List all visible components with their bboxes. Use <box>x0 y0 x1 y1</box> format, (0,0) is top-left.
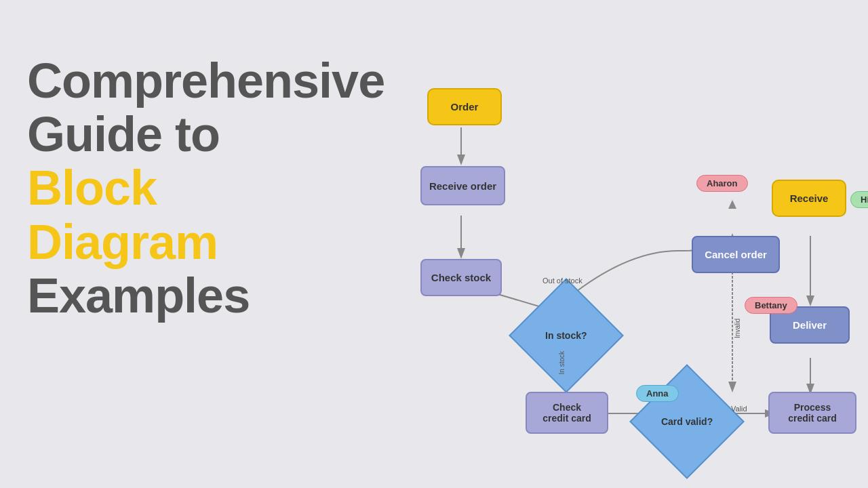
order-node: Order <box>427 88 502 125</box>
cancel-order-node: Cancel order <box>692 236 780 273</box>
check-credit-node: Check credit card <box>526 392 608 434</box>
receive-node: Receive <box>772 180 846 217</box>
himali-pill: Himali <box>850 191 868 208</box>
aharon-pill: Aharon <box>696 175 748 192</box>
svg-marker-9 <box>728 200 736 209</box>
title-block-diagram: Block Diagram <box>27 161 359 268</box>
title-line1: Comprehensive <box>27 54 359 108</box>
flowchart-diagram: Order Receive order Check stock In stock… <box>393 68 868 434</box>
invalid-label: Invalid <box>734 319 741 338</box>
valid-label: Valid <box>731 405 747 413</box>
title-area: Comprehensive Guide to Block Diagram Exa… <box>27 54 359 323</box>
card-valid-diamond: Card valid? <box>629 364 745 479</box>
title-line2: Guide to <box>27 108 359 161</box>
out-of-stock-label: Out of stock <box>542 277 583 285</box>
in-stock-diamond: In stock? <box>509 278 624 393</box>
anna-pill: Anna <box>636 385 679 402</box>
check-stock-node: Check stock <box>420 259 502 296</box>
process-credit-node: Process credit card <box>768 392 856 434</box>
title-examples: Examples <box>27 269 359 323</box>
receive-order-node: Receive order <box>420 166 505 205</box>
bettany-pill: Bettany <box>745 297 797 314</box>
in-stock-label: In stock <box>558 351 566 374</box>
